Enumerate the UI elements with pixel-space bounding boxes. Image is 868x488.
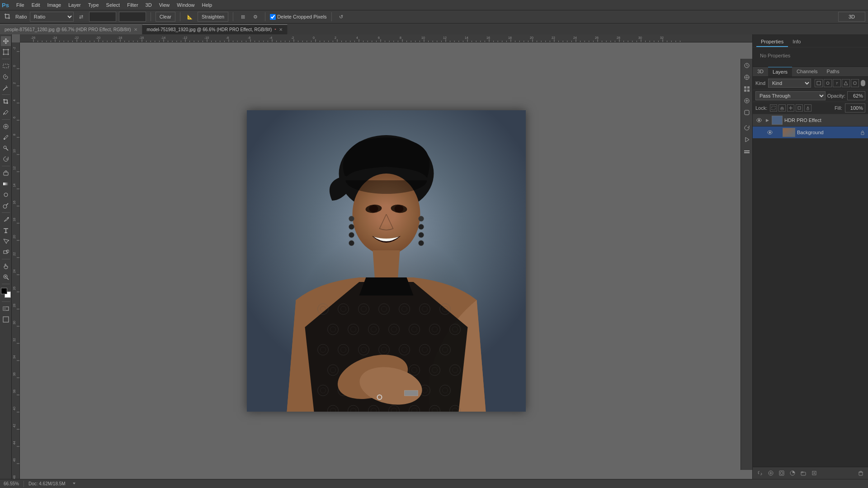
layer-visibility-1[interactable] — [755, 117, 763, 124]
path-select-tool[interactable] — [1, 236, 11, 246]
gradient-tool[interactable] — [1, 179, 11, 189]
foreground-color[interactable] — [1, 288, 7, 294]
blur-tool[interactable] — [1, 190, 11, 200]
extra-panel-icon[interactable] — [742, 146, 752, 156]
ratio-select[interactable]: Ratio Original Ratio 1:1 4:3 16:9 — [30, 12, 74, 22]
marquee-tool[interactable] — [1, 61, 11, 71]
menu-layer[interactable]: Layer — [65, 1, 85, 9]
swatches-panel-icon[interactable] — [742, 84, 752, 94]
filter-toggle[interactable] — [861, 80, 865, 86]
lock-image-icon[interactable] — [778, 104, 786, 112]
styles-panel-icon[interactable] — [742, 108, 752, 117]
straighten-button[interactable]: Straighten — [198, 12, 228, 22]
pen-tool[interactable] — [1, 215, 11, 225]
layer-visibility-bg[interactable] — [766, 129, 774, 136]
menu-window[interactable]: Window — [173, 1, 198, 9]
layers-tab-channels[interactable]: Channels — [792, 67, 822, 76]
lock-all-icon[interactable] — [804, 104, 811, 112]
menu-3d[interactable]: 3D — [142, 1, 156, 9]
clone-tool[interactable] — [1, 143, 11, 153]
filter-text-icon[interactable]: T — [833, 79, 841, 87]
add-mask-icon[interactable] — [777, 469, 786, 478]
adjustments-panel-icon[interactable] — [742, 96, 752, 106]
svg-rect-18 — [747, 86, 750, 89]
properties-tab[interactable]: Properties — [756, 37, 788, 47]
filter-select[interactable]: Kind Name Effect Mode Attribute Color Sm… — [768, 79, 811, 88]
crop-tool[interactable] — [1, 97, 11, 107]
width-input[interactable] — [89, 12, 116, 22]
delete-layer-icon[interactable] — [856, 469, 865, 478]
info-tab[interactable]: Info — [788, 37, 805, 47]
svg-rect-6 — [3, 183, 9, 185]
lock-artboard-icon[interactable] — [796, 104, 803, 112]
layers-tab-paths[interactable]: Paths — [822, 67, 844, 76]
menu-filter[interactable]: Filter — [123, 1, 142, 9]
tab-2[interactable]: model-751983_1920.jpg @ 66.6% (HDR PRO E… — [142, 24, 288, 34]
lock-position-icon[interactable] — [787, 104, 794, 112]
menu-image[interactable]: Image — [44, 1, 65, 9]
new-group-icon[interactable] — [799, 469, 808, 478]
quick-mask-tool[interactable] — [1, 304, 11, 314]
layers-tab-3d[interactable]: 3D — [753, 67, 768, 76]
delete-cropped-label[interactable]: Delete Cropped Pixels — [270, 14, 326, 20]
menu-view[interactable]: View — [156, 1, 174, 9]
brush-tool[interactable] — [1, 132, 11, 142]
eraser-tool[interactable] — [1, 168, 11, 178]
lasso-tool[interactable] — [1, 72, 11, 82]
healing-tool[interactable] — [1, 122, 11, 131]
filter-pixel-icon[interactable] — [815, 79, 823, 87]
straighten-icon[interactable]: 📐 — [185, 12, 195, 22]
lock-icons — [770, 104, 811, 112]
swap-icon[interactable]: ⇄ — [76, 12, 86, 22]
tab-2-close[interactable]: ✕ — [279, 27, 283, 32]
separator3 — [233, 12, 233, 21]
text-tool[interactable] — [1, 225, 11, 235]
properties-panel-icon[interactable] — [742, 61, 752, 70]
grid-icon[interactable]: ⊞ — [238, 12, 248, 22]
eyedropper-tool[interactable] — [1, 108, 11, 117]
add-style-icon[interactable] — [766, 469, 775, 478]
actions-panel-icon[interactable] — [742, 135, 752, 145]
filter-smart-icon[interactable] — [851, 79, 859, 87]
history-brush-tool[interactable] — [1, 154, 11, 164]
layer-background[interactable]: Background — [753, 127, 868, 139]
zoom-tool[interactable] — [1, 272, 11, 282]
menu-select[interactable]: Select — [103, 1, 124, 9]
filter-adjust-icon[interactable] — [824, 79, 832, 87]
menu-type[interactable]: Type — [85, 1, 103, 9]
undo-icon[interactable]: ↺ — [336, 12, 346, 22]
menu-file[interactable]: File — [13, 1, 28, 9]
history-panel-icon[interactable] — [742, 123, 752, 133]
magic-wand-tool[interactable] — [1, 83, 11, 93]
color-swatches[interactable] — [1, 288, 11, 298]
canvas-image[interactable] — [247, 110, 526, 412]
clear-button[interactable]: Clear — [156, 12, 175, 22]
filter-shape-icon[interactable] — [842, 79, 850, 87]
new-fill-adjustment-icon[interactable] — [788, 469, 797, 478]
blend-mode-select[interactable]: Pass Through Normal Dissolve Multiply Sc… — [755, 91, 826, 100]
layers-tab-layers[interactable]: Layers — [768, 67, 792, 76]
opacity-input[interactable]: 62% — [847, 91, 865, 100]
move-tool[interactable] — [1, 36, 11, 46]
menu-edit[interactable]: Edit — [28, 1, 44, 9]
delete-cropped-checkbox[interactable] — [270, 14, 276, 20]
tab-1-close[interactable]: ✕ — [134, 27, 137, 32]
link-layers-icon[interactable] — [755, 469, 764, 478]
new-layer-icon[interactable] — [810, 469, 819, 478]
arrow-icon[interactable] — [72, 481, 76, 487]
fill-input[interactable]: 100% — [845, 103, 865, 113]
color-panel-icon[interactable] — [742, 72, 752, 82]
canvas-container[interactable] — [20, 42, 752, 479]
hand-tool[interactable] — [1, 261, 11, 271]
settings-icon[interactable]: ⚙ — [250, 12, 260, 22]
height-input[interactable] — [119, 12, 146, 22]
layer-group-hdr[interactable]: ▶ HDR PRO Effect — [753, 114, 868, 127]
shape-tool[interactable] — [1, 247, 11, 257]
menu-help[interactable]: Help — [198, 1, 216, 9]
layer-expand-1[interactable]: ▶ — [764, 117, 770, 123]
screen-mode-tool[interactable] — [1, 314, 11, 324]
artboard-tool[interactable] — [1, 47, 11, 57]
dodge-tool[interactable] — [1, 201, 11, 211]
tab-1[interactable]: people-875617_1280.jpg @ 66.7% (HDR PRO … — [0, 24, 142, 34]
lock-transparent-icon[interactable] — [770, 104, 777, 112]
